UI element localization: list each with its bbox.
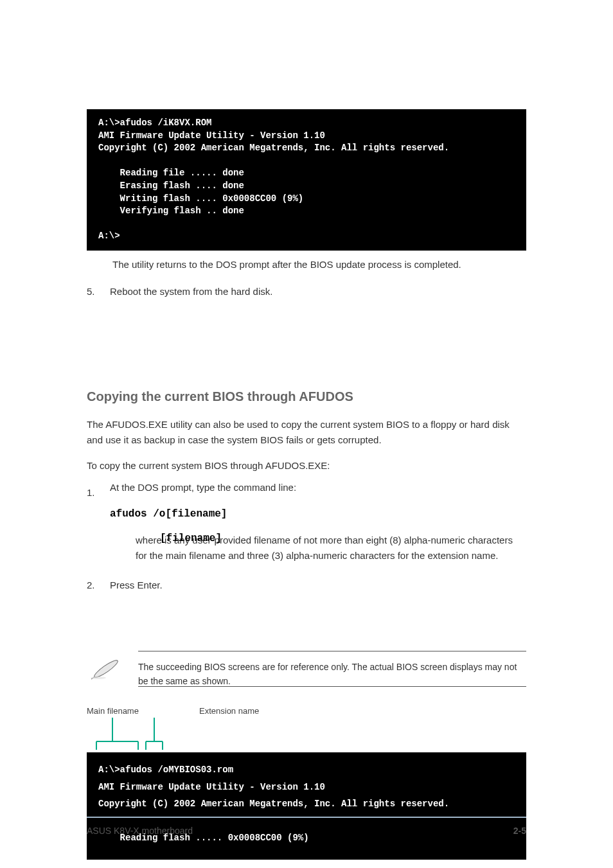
note-text: The succeeding BIOS screens are for refe… — [138, 656, 526, 693]
term1-line7: Verifying flash .. done — [98, 206, 244, 216]
step-2-text: Press Enter. — [110, 578, 163, 593]
step-5-text: Reboot the system from the hard disk. — [110, 284, 272, 299]
term1-line2: AMI Firmware Update Utility - Version 1.… — [98, 130, 325, 141]
paragraph-utility-returns: The utility returns to the DOS prompt af… — [112, 257, 526, 272]
term1-line5: Erasing flash .... done — [98, 181, 244, 191]
copy-intro: To copy the current system BIOS through … — [87, 458, 526, 474]
pencil-icon — [87, 656, 125, 682]
terminal-output-1: A:\>afudos /iK8VX.ROM AMI Firmware Updat… — [87, 109, 526, 251]
paragraph-afudos-copy: The AFUDOS.EXE utility can also be used … — [87, 417, 526, 448]
filename-diagram: Main filename Extension name — [87, 706, 526, 770]
footer-left: ASUS K8V-X motherboard — [87, 826, 193, 836]
filename-placeholder: [filename] — [160, 533, 222, 544]
step-5-number: 5. — [87, 284, 105, 299]
svg-point-0 — [93, 658, 120, 679]
footer-page-number: 2-5 — [513, 826, 526, 836]
term1-line3: Copyright (C) 2002 American Megatrends, … — [98, 143, 449, 153]
page-footer: ASUS K8V-X motherboard 2-5 — [87, 817, 526, 836]
term1-line6: Writing flash .... 0x0008CC00 (9%) — [98, 193, 303, 204]
term1-line4: Reading file ..... done — [98, 168, 244, 178]
term2-line3: Copyright (C) 2002 American Megatrends, … — [98, 799, 449, 809]
term1-line1: A:\>afudos /iK8VX.ROM — [98, 118, 211, 128]
svg-point-2 — [91, 677, 106, 679]
term2-line2: AMI Firmware Update Utility - Version 1.… — [98, 782, 325, 792]
step-1-number: 1. — [87, 485, 105, 563]
term1-line8: A:\> — [98, 231, 120, 241]
section-heading-copying-bios: Copying the current BIOS through AFUDOS — [87, 389, 526, 404]
step-1-text: At the DOS prompt, type the command line… — [110, 482, 296, 493]
step-2-number: 2. — [87, 578, 105, 593]
afudos-command: afudos /o[filename] — [110, 508, 526, 520]
note-box: The succeeding BIOS screens are for refe… — [87, 651, 526, 687]
